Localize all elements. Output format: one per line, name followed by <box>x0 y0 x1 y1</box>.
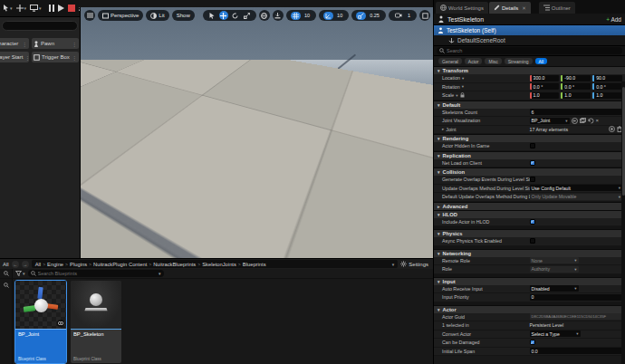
skeletons-count-field[interactable]: 6 <box>530 109 623 115</box>
chevron-down-icon[interactable]: ▾ <box>462 76 464 81</box>
viewport-options-button[interactable] <box>84 10 95 21</box>
move-tool-button[interactable] <box>219 11 228 20</box>
filter-all[interactable]: All <box>535 58 548 64</box>
clear-asset-icon[interactable]: × <box>596 118 600 123</box>
rotation-z-field[interactable]: 0.0 ° <box>592 83 622 90</box>
camera-speed-control[interactable]: 1 <box>389 10 417 21</box>
scale-x-field[interactable]: 1.0 <box>530 92 560 99</box>
filter-actor[interactable]: Actor <box>465 58 483 64</box>
async-physics-checkbox[interactable] <box>530 238 535 244</box>
surface-snapping-button[interactable] <box>273 10 284 21</box>
breadcrumb-item[interactable]: Plugins <box>70 262 87 267</box>
tab-world-settings[interactable]: World Settings <box>436 2 488 14</box>
convert-actor-dropdown[interactable]: Select a Type <box>530 330 581 337</box>
breadcrumb-item[interactable]: SkeletonJoints <box>202 262 236 267</box>
stop-button[interactable] <box>68 5 75 12</box>
category-networking[interactable]: ▾ Networking <box>434 249 625 257</box>
category-actor[interactable]: ▾ Actor <box>434 305 625 313</box>
location-y-field[interactable]: -90.0 <box>561 75 591 81</box>
filter-general[interactable]: General <box>438 58 462 64</box>
role-dropdown[interactable]: Authority <box>530 266 579 273</box>
rotate-tool-button[interactable] <box>231 11 240 20</box>
chevron-down-icon[interactable]: ▾ <box>462 84 464 89</box>
component-row-root[interactable]: TestSkeleton (Self) <box>434 25 625 35</box>
category-rendering[interactable]: ▾ Rendering <box>434 134 625 142</box>
actor-hidden-checkbox[interactable] <box>530 143 535 148</box>
add-array-element-icon[interactable] <box>609 126 615 132</box>
include-hlod-checkbox[interactable] <box>530 219 535 225</box>
asset-search-input[interactable] <box>38 271 157 276</box>
scale-tool-button[interactable] <box>243 11 252 20</box>
category-collision[interactable]: ▾ Collision <box>434 168 625 176</box>
path-dropdown-icon[interactable]: ▾ <box>392 262 395 267</box>
scale-y-field[interactable]: 1.0 <box>561 92 591 99</box>
asset-tile-bp-joint[interactable]: BP_Joint Blueprint Class <box>15 281 66 363</box>
play-button[interactable] <box>58 5 64 12</box>
search-options-icon[interactable]: ▾ <box>159 271 161 276</box>
rotation-x-field[interactable]: 0.0 ° <box>530 83 560 90</box>
browse-asset-icon[interactable] <box>580 118 586 124</box>
can-be-damaged-checkbox[interactable] <box>530 340 535 345</box>
breadcrumb-item[interactable]: Engine <box>47 262 63 267</box>
category-replication[interactable]: ▾ Replication <box>434 151 625 159</box>
category-transform[interactable]: ▾ Transform <box>434 66 625 74</box>
location-x-field[interactable]: 300.0 <box>530 75 560 81</box>
filter-misc[interactable]: Misc <box>485 58 501 64</box>
update-overlaps-dropdown[interactable]: Use Config Default <box>530 185 623 191</box>
place-actor-player-start[interactable]: Player Start ⋮ <box>0 52 29 62</box>
caret-right-icon[interactable]: ▸ <box>442 127 444 131</box>
details-search-input[interactable] <box>447 48 620 53</box>
breadcrumb-item[interactable]: NuitrackBlueprints <box>153 262 196 267</box>
level-viewport[interactable]: x Perspective Lit Show <box>80 7 433 258</box>
category-hlod[interactable]: ▾ HLOD <box>434 210 625 218</box>
search-icon[interactable] <box>4 283 9 288</box>
net-load-checkbox[interactable] <box>530 160 535 166</box>
default-update-overlaps-dropdown[interactable]: Only Update Movable <box>530 194 623 200</box>
rotation-snap-control[interactable]: 10 <box>319 10 349 21</box>
grid-snap-control[interactable]: 10 <box>286 10 316 21</box>
settings-button[interactable]: Settings <box>400 261 430 267</box>
filters-button[interactable]: ▾ <box>15 271 25 276</box>
breadcrumb-item[interactable]: Blueprints <box>243 262 266 267</box>
add-component-button[interactable]: + Add <box>606 16 621 23</box>
initial-life-span-field[interactable]: 0.0 <box>530 348 623 354</box>
asset-tile-bp-skeleton[interactable]: BP_Skeleton Blueprint Class <box>71 281 121 363</box>
input-priority-field[interactable]: 0 <box>530 294 623 301</box>
tab-outliner[interactable]: Outliner <box>539 2 575 14</box>
chevron-down-icon[interactable]: ▾ <box>456 93 457 98</box>
transform-gizmo[interactable] <box>262 145 305 197</box>
details-scrollbar[interactable] <box>621 81 625 364</box>
maximize-viewport-button[interactable] <box>419 10 430 21</box>
scale-snap-control[interactable]: 0.25 <box>351 10 386 21</box>
scale-z-field[interactable]: 1.0 <box>592 92 622 99</box>
category-physics[interactable]: ▾ Physics <box>434 229 625 237</box>
breadcrumb-item[interactable]: All <box>35 262 41 267</box>
toggle-sources-button[interactable] <box>0 269 13 278</box>
select-tool-button[interactable] <box>207 11 216 20</box>
sources-label[interactable]: All <box>3 262 9 267</box>
perspective-dropdown[interactable]: Perspective <box>98 10 143 21</box>
generate-overlap-checkbox[interactable] <box>530 177 535 182</box>
remote-role-dropdown[interactable]: None <box>530 257 579 263</box>
category-input[interactable]: ▾ Input <box>434 277 625 285</box>
view-mode-dropdown[interactable]: Lit <box>146 10 168 21</box>
lock-icon[interactable] <box>460 92 465 98</box>
use-selected-asset-icon[interactable] <box>572 118 578 124</box>
auto-receive-input-dropdown[interactable]: Disabled <box>530 285 579 292</box>
rotation-y-field[interactable]: 0.0 ° <box>561 83 591 90</box>
back-button[interactable]: ← <box>12 261 19 268</box>
show-dropdown[interactable]: Show <box>172 10 195 21</box>
select-mode-dropdown[interactable]: ▾ <box>3 5 13 12</box>
category-advanced[interactable]: ▸ Advanced <box>434 202 625 210</box>
eye-icon[interactable] <box>57 320 64 327</box>
pause-button[interactable] <box>49 5 54 12</box>
tab-details[interactable]: Details ✕ <box>489 2 531 14</box>
quick-add-dropdown[interactable]: ▾ <box>16 5 27 12</box>
place-actor-character[interactable]: Character ⋮ <box>0 38 29 49</box>
reset-property-icon[interactable] <box>588 118 594 124</box>
platforms-dropdown[interactable]: ▾ <box>30 5 42 12</box>
component-row-scene-root[interactable]: DefaultSceneRoot <box>434 35 625 45</box>
location-z-field[interactable]: 90.0 <box>592 75 622 81</box>
forward-button[interactable]: → <box>22 261 29 268</box>
close-tab-icon[interactable]: ✕ <box>522 5 526 11</box>
